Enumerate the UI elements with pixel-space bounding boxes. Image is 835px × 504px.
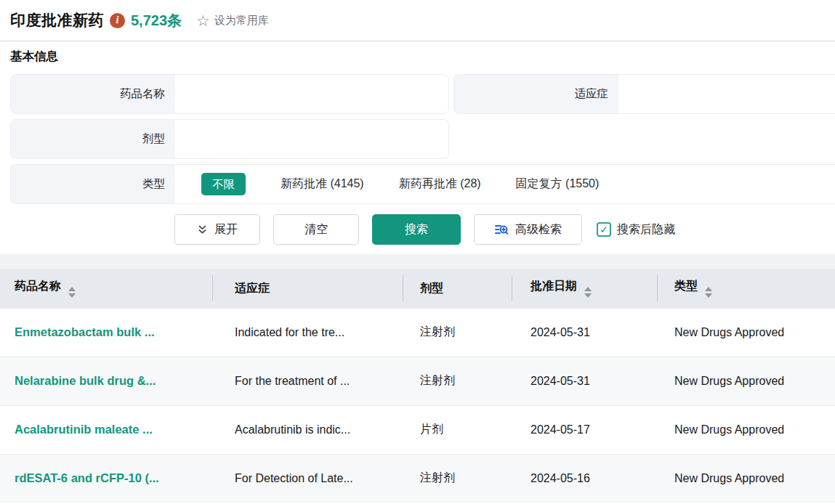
type-options: 不限 新药批准 (4145) 新药再批准 (28) 固定复方 (1550)	[175, 165, 835, 203]
indication-cell: Acalabrutinib is indic...	[213, 405, 403, 454]
form-row-3: 类型 不限 新药批准 (4145) 新药再批准 (28) 固定复方 (1550)	[10, 164, 835, 204]
set-favorite-library-label: 设为常用库	[214, 14, 269, 28]
type-cell: New Drugs Approved	[658, 308, 835, 357]
chevron-double-down-icon	[197, 224, 208, 235]
drug-name-link[interactable]: Acalabrutinib maleate ...	[15, 423, 153, 436]
type-option-new-drugs-approved[interactable]: 新药批准 (4145)	[281, 176, 364, 192]
drug-name-link[interactable]: rdESAT-6 and rCFP-10 (...	[15, 471, 159, 484]
dosage-form-input[interactable]	[175, 120, 448, 158]
column-header-indication: 适应症	[213, 269, 403, 308]
column-header-drug-name[interactable]: 药品名称	[0, 269, 213, 308]
hide-after-search-checkbox[interactable]: ✓	[597, 222, 611, 237]
advanced-search-button[interactable]: 高级检索	[474, 214, 582, 245]
advanced-search-icon	[494, 222, 509, 237]
results-table: 药品名称 适应症 剂型 批准日期 类型 Enmetazobactam bulk …	[0, 269, 835, 503]
dosage-form-label: 剂型	[11, 120, 175, 158]
check-icon: ✓	[600, 224, 608, 235]
dosage-form-field: 剂型	[10, 119, 449, 159]
approval-date-cell: 2024-05-16	[512, 454, 658, 503]
info-icon[interactable]: i	[110, 13, 125, 28]
column-header-type[interactable]: 类型	[658, 269, 835, 308]
india-approved-new-drugs-page: 印度批准新药 i 5,723条 ☆ 设为常用库 基本信息 药品名称 适应症 剂型	[0, 0, 835, 504]
search-form: 基本信息 药品名称 适应症 剂型 类型 不限 新药批准 (4145)	[0, 41, 835, 245]
column-header-indication-label: 适应症	[235, 282, 270, 294]
column-header-dosage-form-label: 剂型	[420, 282, 443, 294]
type-label: 类型	[11, 165, 175, 203]
indication-field: 适应症	[453, 74, 835, 114]
sort-icon[interactable]	[68, 287, 76, 298]
type-cell: New Drugs Approved	[658, 405, 835, 454]
column-header-dosage-form: 剂型	[403, 269, 512, 308]
indication-cell: For the treatment of ...	[213, 357, 403, 405]
type-option-new-drugs-reapproved[interactable]: 新药再批准 (28)	[399, 176, 481, 192]
drug-name-link[interactable]: Nelarabine bulk drug &...	[15, 374, 156, 387]
approval-date-cell: 2024-05-31	[512, 357, 658, 405]
column-header-approval-date-label: 批准日期	[531, 280, 577, 292]
advanced-search-button-label: 高级检索	[515, 222, 562, 237]
type-cell: New Drugs Approved	[658, 454, 835, 503]
type-option-fixed-dose-combination[interactable]: 固定复方 (1550)	[516, 176, 600, 192]
expand-button-label: 展开	[214, 222, 238, 237]
star-icon: ☆	[196, 13, 210, 28]
type-option-unlimited[interactable]: 不限	[201, 173, 246, 196]
column-header-drug-name-label: 药品名称	[15, 280, 61, 292]
hide-after-search-label: 搜索后隐藏	[617, 222, 675, 237]
dosage-form-cell: 注射剂	[403, 454, 512, 503]
approval-date-cell: 2024-05-17	[512, 405, 658, 454]
form-row-2: 剂型	[10, 119, 835, 159]
search-button-label: 搜索	[405, 222, 428, 237]
approval-date-cell: 2024-05-31	[512, 308, 658, 357]
section-title-basic-info: 基本信息	[10, 49, 835, 65]
indication-cell: For Detection of Late...	[213, 454, 403, 503]
drug-name-input[interactable]	[175, 75, 448, 113]
dosage-form-cell: 片剂	[403, 405, 512, 454]
clear-button[interactable]: 清空	[273, 214, 359, 245]
record-count: 5,723条	[131, 11, 182, 31]
sort-icon[interactable]	[705, 287, 712, 298]
page-title: 印度批准新药	[10, 10, 104, 31]
indication-input[interactable]	[618, 75, 835, 113]
column-header-type-label: 类型	[674, 280, 698, 292]
indication-cell: Indicated for the tre...	[213, 308, 403, 357]
indication-label: 适应症	[454, 75, 618, 113]
type-field: 类型 不限 新药批准 (4145) 新药再批准 (28) 固定复方 (1550)	[10, 164, 835, 204]
table-row: rdESAT-6 and rCFP-10 (... For Detection …	[0, 454, 835, 503]
table-row: Acalabrutinib maleate ... Acalabrutinib …	[0, 405, 835, 454]
drug-name-field: 药品名称	[10, 74, 449, 114]
form-row-1: 药品名称 适应症	[10, 74, 835, 114]
column-header-approval-date[interactable]: 批准日期	[512, 269, 658, 308]
drug-name-label: 药品名称	[11, 75, 175, 113]
table-row: Enmetazobactam bulk ... Indicated for th…	[0, 308, 835, 357]
clear-button-label: 清空	[304, 222, 328, 237]
drug-name-link[interactable]: Enmetazobactam bulk ...	[15, 325, 155, 338]
dosage-form-cell: 注射剂	[403, 357, 512, 405]
sort-icon[interactable]	[584, 287, 592, 298]
dosage-form-cell: 注射剂	[403, 308, 512, 357]
type-cell: New Drugs Approved	[658, 357, 835, 405]
hide-after-search-checkbox-group[interactable]: ✓ 搜索后隐藏	[597, 222, 675, 237]
form-actions: 展开 清空 搜索 高级检索	[174, 214, 835, 245]
expand-button[interactable]: 展开	[174, 214, 260, 245]
table-row: Nelarabine bulk drug &... For the treatm…	[0, 357, 835, 405]
results-table-header: 药品名称 适应症 剂型 批准日期 类型	[0, 269, 835, 308]
set-favorite-library-button[interactable]: ☆ 设为常用库	[196, 13, 269, 28]
search-button[interactable]: 搜索	[372, 214, 461, 245]
section-divider	[0, 254, 835, 269]
page-header: 印度批准新药 i 5,723条 ☆ 设为常用库	[0, 0, 835, 41]
